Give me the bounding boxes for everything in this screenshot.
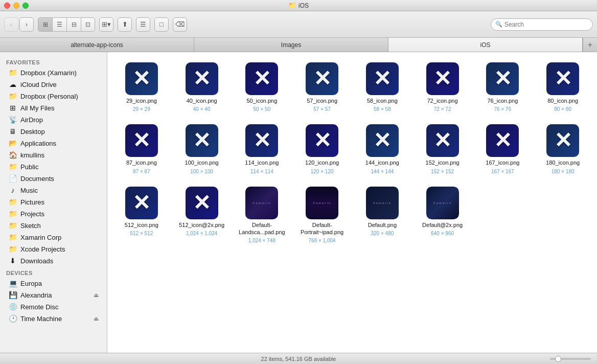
file-item[interactable]: ✕ 29_icon.png 29 × 29 bbox=[116, 60, 168, 114]
file-item[interactable]: ✕ 144_icon.png 144 × 144 bbox=[356, 122, 408, 176]
add-tab-button[interactable]: + bbox=[583, 38, 597, 52]
alexandria-eject-button[interactable]: ⏏ bbox=[94, 292, 99, 299]
file-item[interactable]: ✕ 80_icon.png 80 × 80 bbox=[537, 60, 589, 114]
sidebar-item-documents[interactable]: 📄 Documents bbox=[2, 173, 105, 184]
sidebar-item-icloud[interactable]: ☁ iCloud Drive bbox=[2, 79, 105, 90]
search-bar[interactable]: 🔍 bbox=[491, 18, 593, 31]
sidebar-item-time-machine[interactable]: 🕐 Time Machine ⏏ bbox=[2, 313, 105, 324]
sidebar-item-xcode-projects[interactable]: 📁 Xcode Projects bbox=[2, 243, 105, 255]
tab-images[interactable]: Images bbox=[194, 38, 388, 52]
file-item[interactable]: ✕ 58_icon.png 58 × 58 bbox=[356, 60, 408, 114]
back-button[interactable]: ‹ bbox=[4, 17, 18, 32]
file-item[interactable]: ✕ 87_icon.png 87 × 87 bbox=[116, 122, 168, 176]
view-coverflow-button[interactable]: ⊡ bbox=[81, 17, 95, 32]
delete-button[interactable]: ⌫ bbox=[173, 17, 187, 32]
sidebar-item-public[interactable]: 📁 Public bbox=[2, 161, 105, 172]
sidebar-item-desktop[interactable]: 🖥 Desktop bbox=[2, 126, 105, 137]
sidebar: Favorites 📁 Dropbox (Xamarin) ☁ iCloud D… bbox=[0, 52, 107, 353]
file-item[interactable]: ✕ 114_icon.png 114 × 114 bbox=[236, 122, 288, 176]
sidebar-item-all-my-files[interactable]: ⊞ All My Files bbox=[2, 102, 105, 113]
file-name: 512_icon.png bbox=[125, 221, 158, 229]
file-item[interactable]: Xamarin Default@2x.png 640 × 960 bbox=[417, 185, 469, 246]
file-item[interactable]: ✕ 72_icon.png 72 × 72 bbox=[417, 60, 469, 114]
view-icon-button[interactable]: ⊞ bbox=[38, 17, 52, 32]
view-list-button[interactable]: ☰ bbox=[52, 17, 66, 32]
file-name: 100_icon.png bbox=[185, 159, 219, 166]
time-machine-eject-button[interactable]: ⏏ bbox=[94, 315, 99, 322]
devices-header: Devices bbox=[0, 267, 107, 277]
sidebar-item-xamarin-corp[interactable]: 📁 Xamarin Corp bbox=[2, 232, 105, 243]
favorites-header: Favorites bbox=[0, 56, 107, 66]
sidebar-item-dropbox-xamarin[interactable]: 📁 Dropbox (Xamarin) bbox=[2, 67, 105, 78]
projects-icon: 📁 bbox=[8, 210, 17, 218]
maximize-button[interactable] bbox=[22, 3, 29, 9]
file-item[interactable]: ✕ 50_icon.png 50 × 50 bbox=[236, 60, 288, 114]
sidebar-item-airdrop[interactable]: 📡 AirDrop bbox=[2, 114, 105, 125]
sidebar-item-remote-disc[interactable]: 💿 Remote Disc bbox=[2, 301, 105, 312]
file-item[interactable]: Xamarin Default.png 320 × 480 bbox=[356, 185, 408, 246]
file-size: 80 × 80 bbox=[554, 106, 571, 112]
file-name: 114_icon.png bbox=[245, 159, 279, 166]
file-item[interactable]: ✕ 100_icon.png 100 × 100 bbox=[176, 122, 228, 176]
file-name: 58_icon.png bbox=[367, 97, 398, 104]
file-item[interactable]: ✕ 512_icon.png 512 × 512 bbox=[116, 185, 168, 246]
sidebar-item-downloads[interactable]: ⬇ Downloads bbox=[2, 255, 105, 266]
slider-thumb[interactable] bbox=[555, 356, 561, 362]
file-item[interactable]: ✕ 57_icon.png 57 × 57 bbox=[296, 60, 348, 114]
file-size: 50 × 50 bbox=[254, 106, 271, 112]
file-item[interactable]: ✕ 152_icon.png 152 × 152 bbox=[417, 122, 469, 176]
sidebar-item-pictures[interactable]: 📁 Pictures bbox=[2, 196, 105, 208]
file-size: 120 × 120 bbox=[311, 169, 334, 174]
icon-grid: ✕ 29_icon.png 29 × 29 ✕ 40_icon.png 40 ×… bbox=[116, 60, 589, 245]
statusbar: 22 items, 541.16 GB available bbox=[0, 353, 597, 364]
file-item[interactable]: ✕ 40_icon.png 40 × 40 bbox=[176, 60, 228, 114]
sidebar-item-projects[interactable]: 📁 Projects bbox=[2, 208, 105, 219]
file-name: 512_icon@2x.png bbox=[179, 221, 224, 229]
window-button[interactable]: □ bbox=[154, 17, 169, 32]
view-columns-button[interactable]: ⊟ bbox=[66, 17, 81, 32]
downloads-icon: ⬇ bbox=[8, 257, 17, 265]
view-buttons: ⊞ ☰ ⊟ ⊡ bbox=[38, 17, 95, 32]
file-size: 114 × 114 bbox=[250, 169, 273, 174]
search-input[interactable] bbox=[504, 21, 588, 28]
file-size: 72 × 72 bbox=[434, 106, 451, 112]
file-name: 167_icon.png bbox=[486, 159, 519, 166]
file-size: 29 × 29 bbox=[133, 106, 150, 112]
file-name: 144_icon.png bbox=[365, 159, 399, 166]
sidebar-item-kmullins[interactable]: 🏠 kmullins bbox=[2, 149, 105, 161]
size-slider[interactable] bbox=[550, 358, 591, 360]
forward-button[interactable]: › bbox=[19, 17, 34, 32]
minimize-button[interactable] bbox=[13, 3, 19, 9]
xamarin-corp-icon: 📁 bbox=[8, 233, 17, 241]
file-name: 152_icon.png bbox=[426, 159, 460, 166]
file-item[interactable]: Xamarin Default-Portrait~ipad.png 768 × … bbox=[296, 185, 348, 246]
file-name: Default-Portrait~ipad.png bbox=[298, 221, 346, 236]
file-item[interactable]: Xamarin Default-Landsca...pad.png 1,024 … bbox=[236, 185, 288, 246]
sidebar-item-alexandria[interactable]: 💾 Alexandria ⏏ bbox=[2, 289, 105, 301]
share-button[interactable]: ⬆ bbox=[118, 17, 132, 32]
sidebar-item-europa[interactable]: 💻 Europa bbox=[2, 278, 105, 289]
file-item[interactable]: ✕ 76_icon.png 76 × 76 bbox=[477, 60, 529, 114]
file-size: 76 × 76 bbox=[494, 106, 512, 112]
public-icon: 📁 bbox=[8, 163, 17, 171]
arrange-button[interactable]: ⊞▾ bbox=[99, 17, 113, 32]
tab-alternate-app-icons[interactable]: alternate-app-icons bbox=[0, 38, 194, 52]
file-size: 512 × 512 bbox=[130, 231, 153, 236]
close-button[interactable] bbox=[4, 3, 10, 9]
path-button[interactable]: ☰ bbox=[136, 17, 150, 32]
sidebar-item-applications[interactable]: 📂 Applications bbox=[2, 138, 105, 149]
folder-icon: 📁 bbox=[288, 2, 296, 9]
sidebar-item-music[interactable]: ♪ Music bbox=[2, 185, 105, 196]
alexandria-icon: 💾 bbox=[8, 291, 17, 299]
file-item[interactable]: ✕ 120_icon.png 120 × 120 bbox=[296, 122, 348, 176]
dropbox-xamarin-icon: 📁 bbox=[8, 69, 17, 77]
icloud-icon: ☁ bbox=[8, 80, 17, 88]
sidebar-item-dropbox-personal[interactable]: 📁 Dropbox (Personal) bbox=[2, 90, 105, 102]
file-item[interactable]: ✕ 512_icon@2x.png 1,024 × 1,024 bbox=[176, 185, 228, 246]
sidebar-item-sketch[interactable]: 📁 Sketch bbox=[2, 220, 105, 231]
tab-ios[interactable]: iOS bbox=[388, 38, 583, 52]
file-size: 768 × 1,004 bbox=[309, 238, 336, 243]
desktop-icon: 🖥 bbox=[8, 127, 17, 135]
file-item[interactable]: ✕ 180_icon.png 180 × 180 bbox=[537, 122, 589, 176]
file-item[interactable]: ✕ 167_icon.png 167 × 167 bbox=[477, 122, 529, 176]
